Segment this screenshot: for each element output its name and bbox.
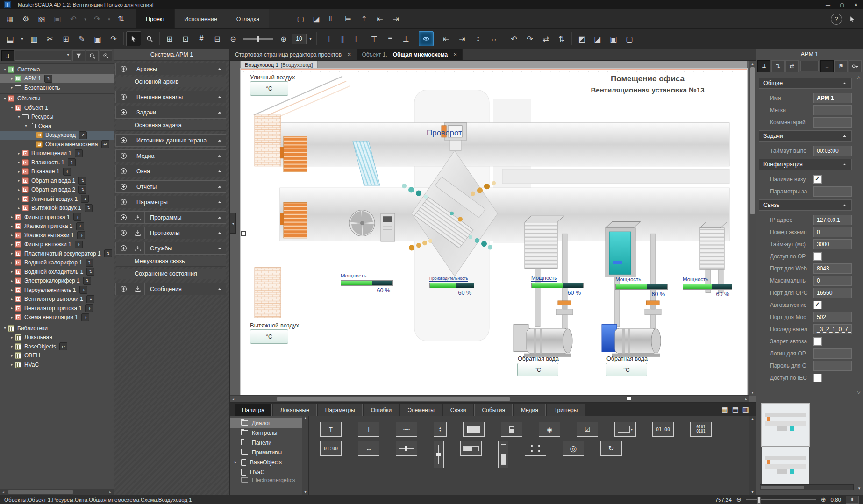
add-icon[interactable]: [116, 242, 131, 254]
resize-widget[interactable]: ↔: [358, 441, 379, 456]
zoom-slider[interactable]: [746, 499, 816, 500]
bring-to-front-button[interactable]: ◩: [574, 31, 589, 46]
key-access-button[interactable]: [849, 60, 862, 72]
selection-handle-left[interactable]: [241, 231, 246, 236]
expander-icon[interactable]: ▸: [9, 306, 15, 310]
expander-icon[interactable]: ▸: [9, 233, 15, 237]
fit-view-button[interactable]: ⇟: [846, 496, 859, 504]
pointer-mode-button[interactable]: [845, 12, 860, 27]
tree-item[interactable]: ▸BaseObjects↩: [0, 342, 114, 351]
tree-item[interactable]: ▸Жалюзи вытяжки 1↴: [0, 231, 114, 240]
property-value[interactable]: 0: [813, 227, 852, 237]
canvas-grid-size-slider[interactable]: [243, 38, 273, 40]
send-to-back-button[interactable]: ◪: [590, 31, 605, 46]
expander-icon[interactable]: ▸: [16, 151, 22, 156]
palette-scrollbar[interactable]: ▴ ▾: [749, 416, 756, 495]
inspector-scrollbar[interactable]: △ ▽: [856, 75, 862, 395]
zoom-tool-button[interactable]: [142, 31, 157, 46]
tree-item[interactable]: ▸APM 1↴: [0, 74, 114, 84]
collapse-icon[interactable]: [214, 63, 226, 75]
mnemoscheme-thumbnail-1[interactable]: [762, 404, 809, 447]
expander-icon[interactable]: ▾: [9, 106, 15, 110]
stretch-h-button[interactable]: ↔: [486, 31, 501, 46]
import-icon[interactable]: [131, 227, 145, 239]
explorer-item[interactable]: Основной архив: [116, 77, 226, 87]
tree-item[interactable]: ▸Пластинчатый рекуператор 1↴: [0, 249, 114, 258]
rotate-right-button[interactable]: ↷: [522, 31, 537, 46]
tree-item[interactable]: ▾Объекты: [0, 93, 114, 104]
checkbox-widget[interactable]: ☑: [577, 422, 598, 437]
button-widget[interactable]: [463, 422, 485, 437]
expander-icon[interactable]: ▾: [16, 115, 22, 119]
tree-item[interactable]: ▸В помещении 1↴: [0, 149, 114, 158]
add-icon[interactable]: [116, 165, 131, 177]
show-grid-button[interactable]: ⊞: [162, 31, 177, 46]
combobox-widget[interactable]: ▾: [614, 422, 636, 437]
view-as-list-button[interactable]: ≡: [820, 60, 834, 72]
expander-icon[interactable]: ▸: [9, 288, 15, 292]
return-water-temp-2[interactable]: °C: [606, 363, 647, 376]
property-section[interactable]: Задачи: [759, 130, 852, 142]
document-tab[interactable]: Объект 1. Общая мнемосхема✕: [357, 49, 463, 60]
view-grid-icon[interactable]: ▦: [721, 405, 728, 414]
collapse-icon[interactable]: [214, 196, 226, 208]
snap-to-lines-button[interactable]: ⊟: [210, 31, 225, 46]
tree-item[interactable]: Воздуховод↗: [0, 131, 114, 140]
property-value[interactable]: APM 1: [813, 93, 852, 103]
property-section[interactable]: Конфигурация: [759, 159, 852, 170]
sort-filter-button[interactable]: ⇅: [771, 60, 785, 72]
align-bottom-button[interactable]: ⊥: [399, 31, 414, 46]
password-widget[interactable]: •••••: [396, 422, 417, 437]
expander-icon[interactable]: ▸: [16, 178, 22, 183]
palette-tab-триггеры[interactable]: Триггеры: [547, 404, 585, 416]
property-value[interactable]: [813, 348, 852, 359]
return-water-temp-1[interactable]: °C: [517, 363, 558, 376]
cut-button[interactable]: ✂: [43, 31, 57, 46]
select-tool-button[interactable]: [126, 31, 141, 46]
palette-group-hvac[interactable]: HVaC: [230, 467, 308, 477]
canvas-vertical-scrollbar[interactable]: ▴ ▾: [749, 61, 756, 396]
view-list-icon[interactable]: ▤: [732, 405, 739, 414]
menu-tab-исполнение[interactable]: Исполнение: [175, 9, 227, 28]
property-checkbox[interactable]: [813, 301, 822, 309]
explorer-section[interactable]: Архивы: [115, 63, 226, 75]
open-project-button[interactable]: ▧: [34, 12, 49, 27]
collapse-icon[interactable]: [214, 227, 226, 239]
rotate-widget[interactable]: ↻: [600, 441, 622, 456]
clipboard-menu-button[interactable]: ▾: [19, 31, 26, 46]
palette-group-панели[interactable]: Панели: [230, 438, 308, 447]
paste-special-button[interactable]: ▣: [90, 31, 105, 46]
import-icon[interactable]: [131, 283, 145, 295]
align-center-h-button[interactable]: ∥: [335, 31, 350, 46]
numeric-updown-widget[interactable]: ▴▾: [434, 422, 447, 437]
explorer-section[interactable]: Медиа: [115, 149, 226, 162]
property-value[interactable]: 3000: [813, 239, 852, 249]
preview-eye-button[interactable]: [419, 31, 434, 46]
tree-item[interactable]: ▸Уличный воздух 1↴: [0, 194, 114, 204]
scroll-up-icon[interactable]: ▴: [749, 416, 756, 421]
expander-icon[interactable]: ▸: [9, 85, 15, 90]
expander-icon[interactable]: ▾: [23, 124, 29, 128]
tree-item[interactable]: ▸В канале 1↴: [0, 167, 114, 177]
tree-item[interactable]: ▸Пароувлажнитель 1↴: [0, 285, 114, 295]
palette-tab-палитра[interactable]: Палитра: [235, 404, 272, 416]
dock-layout-button[interactable]: ◪: [309, 12, 324, 27]
property-value[interactable]: [813, 105, 852, 115]
expander-icon[interactable]: ▸: [9, 270, 15, 274]
time-display-widget[interactable]: 01:00: [652, 422, 674, 437]
collapse-icon[interactable]: [214, 242, 226, 254]
property-section[interactable]: Общие: [759, 78, 852, 89]
close-tab-icon[interactable]: ✕: [453, 52, 457, 57]
palette-groups-scrollbar[interactable]: ▴▾: [302, 416, 308, 495]
slider-v-widget[interactable]: [434, 441, 444, 468]
explorer-section[interactable]: Отчеты: [115, 180, 226, 193]
expander-icon[interactable]: ▸: [16, 206, 22, 210]
radio-widget[interactable]: ◉: [539, 422, 560, 437]
collapse-icon[interactable]: [214, 165, 226, 177]
project-table-button[interactable]: ▦: [2, 12, 17, 27]
ungroup-objects-button[interactable]: ▢: [622, 31, 637, 46]
view-columns-icon[interactable]: ▥: [742, 405, 749, 414]
tree-item[interactable]: ▾Система: [0, 65, 114, 74]
expander-icon[interactable]: ▸: [9, 335, 15, 340]
expander-icon[interactable]: ▸: [9, 315, 15, 319]
